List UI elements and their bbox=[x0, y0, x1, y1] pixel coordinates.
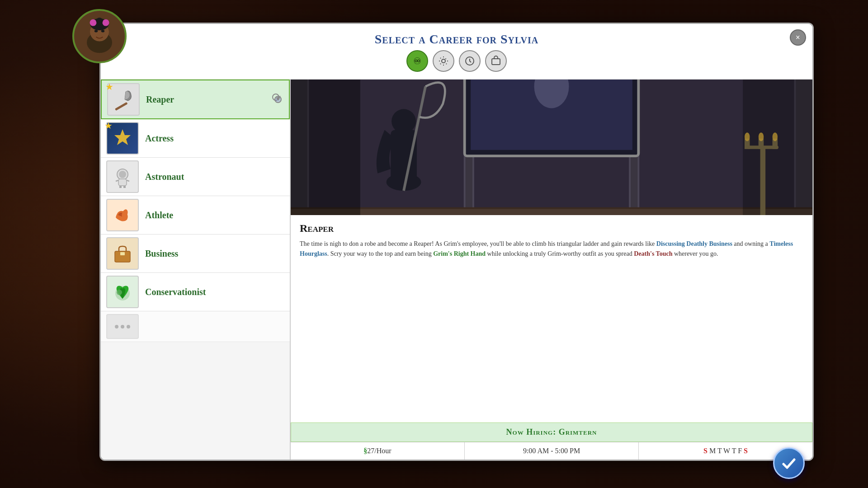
svg-point-8 bbox=[94, 30, 98, 33]
career-name-astronaut: Astronaut bbox=[145, 172, 184, 182]
career-icon-conservationist bbox=[106, 276, 139, 308]
svg-line-22 bbox=[127, 180, 129, 181]
dialog-content: ★ Reaper bbox=[101, 80, 812, 460]
svg-rect-27 bbox=[120, 252, 125, 255]
career-icon-reaper: ★ bbox=[107, 83, 140, 116]
svg-line-21 bbox=[116, 180, 118, 181]
highlight-discussing: Discussing Deathly Business bbox=[656, 240, 732, 247]
career-info: Reaper The time is nigh to don a robe an… bbox=[291, 215, 812, 422]
svg-rect-24 bbox=[123, 186, 126, 188]
day-s2: S bbox=[744, 447, 748, 455]
dialog-header: Select a Career for Sylvia × ♾ bbox=[101, 24, 812, 80]
confirm-button[interactable] bbox=[773, 447, 805, 479]
svg-rect-65 bbox=[291, 80, 360, 215]
star-badge-actress: ★ bbox=[104, 120, 113, 131]
svg-point-51 bbox=[392, 109, 416, 133]
hiring-wage: §27/Hour bbox=[291, 442, 465, 460]
svg-point-5 bbox=[90, 19, 97, 26]
hiring-wage-value: 27/Hour bbox=[367, 447, 391, 455]
svg-point-30 bbox=[115, 325, 118, 328]
career-name-reaper: Reaper bbox=[146, 94, 174, 105]
svg-rect-13 bbox=[115, 102, 127, 111]
career-item-astronaut[interactable]: Astronaut bbox=[101, 158, 290, 196]
svg-rect-38 bbox=[291, 208, 812, 215]
day-t2: T bbox=[732, 447, 738, 455]
career-name-conservationist: Conservationist bbox=[145, 287, 206, 297]
career-name-athlete: Athlete bbox=[145, 210, 173, 221]
filter-bag-button[interactable] bbox=[485, 50, 507, 72]
highlight-deathstouch: Death's Touch bbox=[634, 250, 672, 257]
avatar bbox=[72, 9, 127, 63]
svg-rect-50 bbox=[391, 130, 417, 182]
hiring-bar: Now Hiring: Grimtern §27/Hour 9:00 AM - … bbox=[291, 422, 812, 460]
career-item-actress[interactable]: ★ Actress bbox=[101, 119, 290, 158]
career-image bbox=[291, 80, 812, 215]
career-name-actress: Actress bbox=[145, 133, 174, 144]
svg-rect-20 bbox=[118, 179, 127, 186]
svg-marker-17 bbox=[114, 129, 131, 145]
highlight-righthand: Grim's Right Hand bbox=[433, 250, 486, 257]
dialog-title: Select a Career for Sylvia bbox=[375, 32, 538, 46]
career-list: ★ Reaper bbox=[101, 80, 291, 460]
filter-all-button[interactable]: ♾ bbox=[406, 50, 428, 72]
career-item-athlete[interactable]: Athlete bbox=[101, 196, 290, 235]
hiring-details: §27/Hour 9:00 AM - 5:00 PM S M T W T F S bbox=[291, 442, 812, 460]
star-badge-reaper: ★ bbox=[105, 81, 113, 92]
svg-rect-23 bbox=[119, 186, 122, 188]
career-name-business: Business bbox=[145, 249, 178, 259]
day-s1: S bbox=[703, 447, 709, 455]
career-item-conservationist[interactable]: Conservationist bbox=[101, 273, 290, 311]
svg-point-32 bbox=[127, 325, 130, 328]
day-t1: T bbox=[717, 447, 723, 455]
svg-rect-66 bbox=[743, 80, 812, 215]
svg-point-29 bbox=[117, 290, 122, 295]
career-icon-business bbox=[106, 237, 139, 270]
hiring-title: Now Hiring: Grimtern bbox=[291, 422, 812, 442]
career-icon-astronaut bbox=[106, 160, 139, 193]
career-detail-panel: Reaper The time is nigh to don a robe an… bbox=[291, 80, 812, 460]
filter-row: ♾ bbox=[110, 47, 803, 75]
close-button[interactable]: × bbox=[790, 29, 806, 46]
career-selection-dialog: Select a Career for Sylvia × ♾ bbox=[99, 23, 814, 461]
day-f: F bbox=[738, 447, 744, 455]
career-icon-athlete bbox=[106, 199, 139, 231]
career-detail-name: Reaper bbox=[300, 222, 803, 235]
hiring-hours: 9:00 AM - 5:00 PM bbox=[465, 442, 639, 460]
career-item-more[interactable] bbox=[101, 311, 290, 342]
career-item-business[interactable]: Business bbox=[101, 235, 290, 273]
filter-work-button[interactable] bbox=[433, 50, 454, 72]
career-icon-actress: ★ bbox=[106, 122, 139, 155]
svg-point-9 bbox=[101, 30, 104, 33]
career-description: The time is nigh to don a robe and becom… bbox=[300, 239, 803, 259]
svg-rect-12 bbox=[492, 59, 500, 65]
day-m: M bbox=[709, 447, 717, 455]
career-extra-reaper bbox=[271, 92, 283, 107]
career-item-reaper[interactable]: ★ Reaper bbox=[101, 80, 290, 119]
svg-point-10 bbox=[442, 59, 445, 63]
svg-point-19 bbox=[119, 171, 126, 178]
svg-point-6 bbox=[103, 19, 109, 26]
svg-point-31 bbox=[121, 325, 124, 328]
day-w: W bbox=[723, 447, 732, 455]
svg-point-7 bbox=[96, 18, 103, 24]
filter-clock-button[interactable] bbox=[459, 50, 481, 72]
career-icon-more bbox=[106, 314, 139, 339]
